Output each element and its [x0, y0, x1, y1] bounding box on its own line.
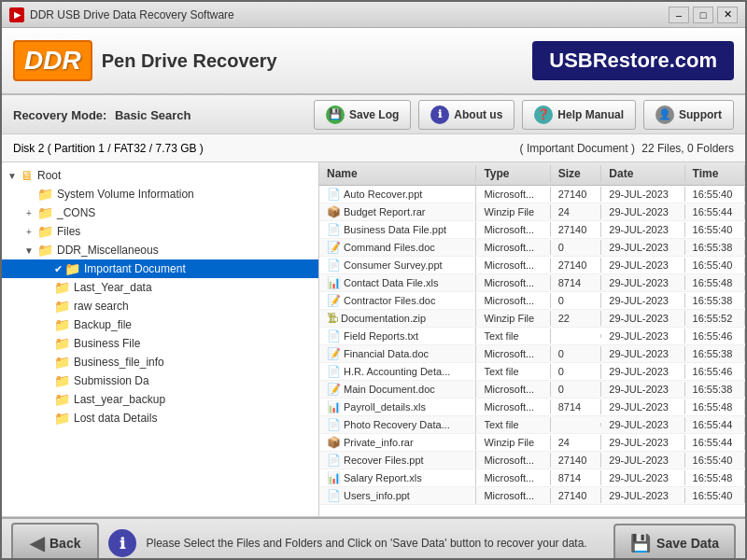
table-row[interactable]: 📄Consumer Survey.ppt Microsoft... 27140 … [319, 257, 745, 274]
table-row[interactable]: 📝Contractor Files.doc Microsoft... 0 29-… [319, 292, 745, 310]
file-type-icon: 📄 [327, 454, 341, 467]
file-type-icon: 📝 [327, 294, 341, 307]
file-type: Text file [476, 329, 550, 343]
tree-item-lost_data[interactable]: 📁Lost data Details [2, 409, 318, 427]
table-row[interactable]: 📄Users_info.ppt Microsoft... 27140 29-JU… [319, 487, 745, 505]
folder-icon: 📁 [54, 280, 70, 295]
tree-item-last_year_backup[interactable]: 📁Last_year_backup [2, 390, 318, 409]
tree-item-root[interactable]: ▼🖥Root [2, 166, 318, 185]
tree-item-files[interactable]: +📁Files [2, 222, 318, 241]
expand-placeholder [39, 300, 52, 313]
tree-item-important_doc[interactable]: ✔📁Important Document [2, 259, 318, 278]
file-type: Microsoft... [476, 470, 550, 485]
file-type: Microsoft... [476, 222, 550, 237]
file-type-icon: 🗜 [327, 312, 338, 325]
file-name: 📦Private_info.rar [319, 434, 476, 451]
table-row[interactable]: 📊Payroll_details.xls Microsoft... 8714 2… [319, 399, 745, 416]
status-icon: ℹ [108, 529, 136, 557]
window-title: DDR USB Drive Data Recovery Software [30, 8, 234, 21]
expand-placeholder [39, 318, 52, 331]
tree-item-label: Root [37, 169, 61, 182]
table-row[interactable]: 📊Salary Report.xls Microsoft... 8714 29-… [319, 469, 745, 487]
help-manual-button[interactable]: ❓ Help Manual [522, 100, 636, 130]
col-type-header: Type [476, 165, 550, 182]
table-row[interactable]: 📝Main Document.doc Microsoft... 0 29-JUL… [319, 381, 745, 399]
expand-icon[interactable]: + [22, 225, 35, 238]
table-row[interactable]: 📄Business Data File.ppt Microsoft... 271… [319, 221, 745, 239]
file-list-body[interactable]: 📄Auto Recover.ppt Microsoft... 27140 29-… [319, 186, 745, 516]
expand-icon[interactable]: + [22, 206, 35, 219]
table-row[interactable]: 📦Private_info.rar Winzip File 24 29-JUL-… [319, 434, 745, 452]
expand-placeholder [39, 281, 52, 294]
table-row[interactable]: 📝Command Files.doc Microsoft... 0 29-JUL… [319, 239, 745, 257]
file-type: Microsoft... [476, 346, 550, 361]
file-name: 📄H.R. Accounting Deta... [319, 363, 476, 380]
file-date: 29-JUL-2023 [601, 258, 684, 273]
expand-icon[interactable]: ▼ [22, 244, 35, 257]
tree-item-label: Business_file_info [74, 356, 164, 369]
tree-item-backup_file[interactable]: 📁Backup_file [2, 315, 318, 334]
main-content: ▼🖥Root 📁System Volume Information+📁_CONS… [2, 162, 745, 517]
table-row[interactable]: 📄H.R. Accounting Deta... Text file 0 29-… [319, 363, 745, 381]
file-time: 16:55:48 [685, 399, 745, 414]
tree-item-submission_da[interactable]: 📁Submission Da [2, 371, 318, 390]
table-row[interactable]: 📄Field Reports.txt Text file 29-JUL-2023… [319, 328, 745, 345]
table-row[interactable]: 📄Auto Recover.ppt Microsoft... 27140 29-… [319, 186, 745, 203]
file-name: 📄Consumer Survey.ppt [319, 257, 476, 273]
file-time: 16:55:38 [685, 293, 745, 308]
back-button[interactable]: ◀ Back [11, 523, 99, 560]
maximize-button[interactable]: □ [693, 7, 713, 23]
table-row[interactable]: 📦Budget Report.rar Winzip File 24 29-JUL… [319, 203, 745, 221]
file-time: 16:55:40 [685, 187, 745, 202]
toolbar-buttons: 💾 Save Log ℹ About us ❓ Help Manual 👤 Su… [314, 100, 734, 130]
tree-item-raw_search[interactable]: 📁raw search [2, 297, 318, 315]
save-data-label: Save Data [656, 536, 719, 551]
file-time: 16:55:48 [685, 470, 745, 485]
support-button[interactable]: 👤 Support [643, 100, 734, 130]
expand-icon[interactable]: ▼ [6, 169, 19, 182]
file-date: 29-JUL-2023 [601, 222, 684, 237]
table-row[interactable]: 📄Recover Files.ppt Microsoft... 27140 29… [319, 452, 745, 469]
tree-item-label: raw search [74, 300, 129, 313]
window-controls[interactable]: – □ ✕ [669, 7, 738, 23]
tree-item-sysvolinfo[interactable]: 📁System Volume Information [2, 185, 318, 203]
tree-item-ddr_misc[interactable]: ▼📁DDR_Miscellaneous [2, 241, 318, 259]
bottom-bar: ◀ Back ℹ Please Select the Files and Fol… [2, 517, 745, 560]
file-date: 29-JUL-2023 [601, 417, 684, 432]
file-type: Microsoft... [476, 382, 550, 397]
table-row[interactable]: 🗜Documentation.zip Winzip File 22 29-JUL… [319, 310, 745, 328]
table-row[interactable]: 📝Financial Data.doc Microsoft... 0 29-JU… [319, 345, 745, 363]
close-button[interactable]: ✕ [717, 7, 738, 23]
check-icon: ✔ [54, 263, 63, 275]
tree-item-label: Business File [74, 337, 140, 350]
file-panel: Name Type Size Date Time 📄Auto Recover.p… [319, 162, 745, 516]
support-icon: 👤 [655, 105, 674, 124]
file-date: 29-JUL-2023 [601, 329, 684, 343]
table-row[interactable]: 📄Photo Recovery Data... Text file 29-JUL… [319, 416, 745, 434]
tree-item-business_file[interactable]: 📁Business File [2, 334, 318, 353]
about-us-button[interactable]: ℹ About us [418, 100, 514, 130]
save-log-button[interactable]: 💾 Save Log [314, 100, 411, 130]
tree-item-cons[interactable]: +📁_CONS [2, 203, 318, 222]
tree-panel[interactable]: ▼🖥Root 📁System Volume Information+📁_CONS… [2, 162, 319, 516]
file-name: 📄Business Data File.ppt [319, 221, 476, 238]
tree-item-business_file_info[interactable]: 📁Business_file_info [2, 353, 318, 371]
file-size: 0 [551, 293, 602, 308]
file-type: Winzip File [476, 435, 550, 450]
folder-info: ( Important Document ) 22 Files, 0 Folde… [516, 142, 734, 155]
save-data-button[interactable]: 💾 Save Data [613, 524, 736, 560]
recovery-mode-label: Recovery Mode: [13, 108, 106, 122]
help-manual-label: Help Manual [557, 108, 624, 121]
support-label: Support [679, 108, 722, 121]
expand-placeholder [39, 412, 52, 425]
tree-item-label: Submission Da [74, 374, 149, 387]
file-size: 8714 [551, 275, 602, 290]
file-type-icon: 📝 [327, 241, 341, 254]
file-date: 29-JUL-2023 [601, 240, 684, 255]
back-label: Back [49, 536, 80, 551]
file-date: 29-JUL-2023 [601, 399, 684, 414]
table-row[interactable]: 📊Contact Data File.xls Microsoft... 8714… [319, 274, 745, 292]
minimize-button[interactable]: – [669, 7, 689, 23]
tree-item-last_year_data[interactable]: 📁Last_Year_data [2, 278, 318, 297]
file-type-icon: 📊 [327, 276, 341, 289]
